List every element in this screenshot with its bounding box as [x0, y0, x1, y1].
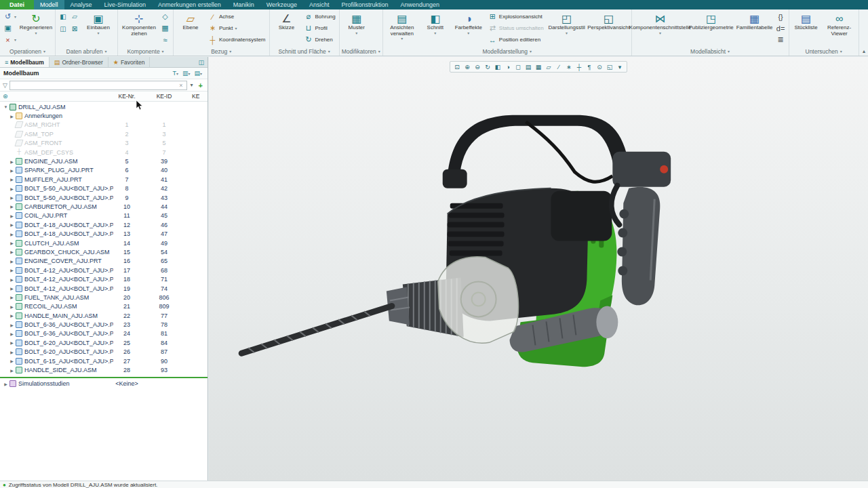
search-add-icon[interactable]: + — [197, 81, 205, 89]
column-ke-nr[interactable]: KE-Nr. — [113, 93, 140, 100]
column-ke-id[interactable]: KE-ID — [140, 93, 188, 100]
tree-row[interactable]: ▶HANDLE_SIDE_AJU.ASM2893 — [0, 365, 208, 374]
tree-expand-icon[interactable]: ▼ — [3, 105, 9, 109]
component-flexible-button[interactable]: ≈ — [159, 34, 171, 45]
group-label-komponente[interactable]: Komponente▾ — [120, 47, 171, 56]
csys-display-icon[interactable]: ┼ — [574, 62, 584, 71]
tab-favoriten[interactable]: ★Favoriten — [108, 57, 151, 67]
saved-orientations-icon[interactable]: ▤ — [524, 62, 533, 71]
tree-row[interactable]: ▶BOLT_5-50_AJU<BOLT_AJU>.PRT943 — [0, 193, 208, 202]
group-label-bezug[interactable]: Bezug▾ — [176, 47, 267, 56]
copy-button[interactable]: ↺▾ — [2, 11, 18, 22]
tree-expand-icon[interactable]: ▶ — [9, 195, 15, 200]
relations-button[interactable]: {} — [775, 11, 787, 22]
paste-button[interactable]: ▣ — [2, 22, 18, 34]
tree-row[interactable]: ▶COIL_AJU.PRT1145 — [0, 211, 208, 220]
point-display-icon[interactable]: ∗ — [564, 62, 574, 71]
tree-row[interactable]: ▶BOLT_4-12_AJU<BOLT_AJU>.PRT1974 — [0, 284, 208, 293]
tree-expand-icon[interactable]: ▶ — [9, 159, 15, 164]
display-style-icon[interactable]: ◧ — [493, 62, 502, 71]
drill-3d-model[interactable] — [209, 57, 868, 481]
spin-center-icon[interactable]: ⊙ — [595, 62, 604, 71]
tree-expand-icon[interactable]: ▶ — [9, 277, 15, 282]
tree-expand-icon[interactable]: ▶ — [9, 168, 15, 173]
ribbon-tab-ansicht[interactable]: Ansicht — [303, 0, 336, 9]
bom-button[interactable]: ▤ Stückliste — [791, 11, 821, 33]
tree-expand-icon[interactable]: ▶ — [9, 304, 15, 309]
tree-row[interactable]: ▶SPARK_PLUG_AJU.PRT640 — [0, 166, 208, 175]
component-interface-button[interactable]: ⋈ Komponentenschnittstelle ▾ — [634, 11, 687, 37]
tree-expand-icon[interactable]: ▶ — [9, 368, 15, 373]
tree-expand-icon[interactable]: ▶ — [9, 359, 15, 363]
tree-row[interactable]: ▶BOLT_4-12_AJU<BOLT_AJU>.PRT1871 — [0, 274, 208, 283]
ribbon-tab-live-simulation[interactable]: Live-Simulation — [98, 0, 153, 9]
tree-row[interactable]: ▶GEARBOX_CHUCK_AJU.ASM1554 — [0, 247, 208, 256]
tree-row[interactable]: ▶BOLT_6-15_AJU<BOLT_AJU>.PRT2790 — [0, 357, 208, 365]
annotation-display-icon[interactable]: ¶ — [585, 62, 594, 71]
view-manager-icon[interactable]: ▦ — [534, 62, 543, 71]
component-create-button[interactable]: ◇ — [159, 11, 171, 22]
tab-modellbaum[interactable]: ≡Modellbaum — [0, 57, 50, 67]
axis-display-icon[interactable]: ∕ — [554, 62, 564, 71]
tree-row[interactable]: ▶BOLT_4-12_AJU<BOLT_AJU>.PRT1768 — [0, 266, 208, 274]
group-label-modelldarstellung[interactable]: Modelldarstellung▾ — [385, 47, 629, 56]
family-table-button[interactable]: ▦ Familientabelle — [736, 11, 774, 33]
tree-row[interactable]: ▶BOLT_6-20_AJU<BOLT_AJU>.PRT2584 — [0, 338, 208, 347]
datum-plane-button[interactable]: ▱ Ebene — [176, 11, 205, 33]
perspective-button[interactable]: ◱ Perspektivansicht — [589, 11, 629, 33]
column-ke[interactable]: KE — [188, 93, 208, 100]
tree-row[interactable]: ASM_TOP23 — [0, 129, 208, 138]
tree-row[interactable]: ASM_RIGHT11 — [0, 121, 208, 129]
zoom-in-icon[interactable]: ⊕ — [462, 62, 472, 71]
tree-row[interactable]: ▶ENGINE_AJU.ASM539 — [0, 157, 208, 165]
tree-expand-icon[interactable]: ▶ — [9, 259, 15, 264]
tree-row[interactable]: ▼DRILL_AJU.ASM — [0, 102, 208, 111]
group-label-schnitt-flaeche[interactable]: Schnitt und Fläche▾ — [272, 47, 337, 56]
tree-expand-icon[interactable]: ▶ — [3, 382, 9, 386]
tree-row[interactable]: ▶BOLT_6-36_AJU<BOLT_AJU>.PRT2378 — [0, 320, 208, 329]
tree-expand-icon[interactable]: ▶ — [9, 323, 15, 327]
group-label-untersuchen[interactable]: Untersuchen▾ — [791, 47, 856, 56]
publish-geometry-button[interactable]: ◳ Publiziergeometrie — [688, 11, 734, 33]
insert-locator[interactable] — [0, 377, 208, 378]
ribbon-collapse-icon[interactable]: ▴ — [863, 48, 865, 54]
search-options-icon[interactable]: ▾ — [189, 82, 195, 88]
copy-geometry-icon[interactable]: ▱ — [69, 11, 80, 22]
tree-expand-icon[interactable]: ▶ — [9, 249, 15, 254]
ribbon-tab-werkzeuge[interactable]: Werkzeuge — [260, 0, 303, 9]
extrude-button[interactable]: ⊔Profil — [303, 22, 337, 34]
refit-icon[interactable]: ⊡ — [452, 62, 462, 71]
tree-row[interactable]: ▶BOLT_6-36_AJU<BOLT_AJU>.PRT2481 — [0, 329, 208, 338]
tree-row[interactable]: ▶BOLT_5-50_AJU<BOLT_AJU>.PRT842 — [0, 184, 208, 193]
hole-button[interactable]: ⌀Bohrung — [303, 11, 337, 22]
tree-expand-icon[interactable]: ▶ — [9, 177, 15, 182]
revolve-button[interactable]: ↻Drehen — [303, 34, 337, 45]
tree-row[interactable]: ▶FUEL_TANK_AJU.ASM20806 — [0, 293, 208, 302]
tree-gear-icon[interactable]: ⊛ — [3, 93, 11, 100]
switch-symbols-button[interactable]: ≣ — [775, 34, 787, 45]
parameters-button[interactable]: d= — [775, 22, 787, 34]
group-label-operationen[interactable]: Operationen▾ — [2, 47, 53, 56]
udf-icon[interactable]: ◧ — [58, 11, 68, 22]
plane-display-icon[interactable]: ▱ — [544, 62, 553, 71]
tree-row[interactable]: ▶CLUTCH_AJU.ASM1449 — [0, 239, 208, 247]
tree-expand-icon[interactable]: ▶ — [9, 340, 15, 345]
manage-views-button[interactable]: ▤ Ansichten verwalten ▾ — [385, 11, 419, 43]
tree-row[interactable]: ▶Anmerkungen — [0, 111, 208, 120]
tree-row[interactable]: ▶CARBURETOR_AJU.ASM1044 — [0, 202, 208, 211]
group-label-modellabsicht[interactable]: Modellabsicht▾ — [634, 47, 787, 56]
tree-row-simulation[interactable]: ▶ Simulationsstudien <Keine> — [0, 380, 208, 388]
ribbon-tab-manikin[interactable]: Manikin — [227, 0, 260, 9]
tree-row[interactable]: ▶HANDLE_MAIN_AJU.ASM2277 — [0, 311, 208, 320]
panel-pin-icon[interactable]: ◫ — [195, 57, 208, 67]
tree-row[interactable]: ▶RECOIL_AJU.ASM21809 — [0, 302, 208, 311]
appearance-button[interactable]: ◑ Farbeffekte ▾ — [452, 11, 486, 37]
tree-expand-icon[interactable]: ▶ — [9, 313, 15, 318]
tree-row[interactable]: ▶ENGINE_COVER_AJU.PRT1665 — [0, 257, 208, 266]
section-button[interactable]: ◧ Schnitt ▾ — [420, 11, 450, 37]
group-label-daten-abrufen[interactable]: Daten abrufen▾ — [58, 47, 115, 56]
tab-ordner-browser[interactable]: ▤Ordner-Browser — [50, 57, 108, 67]
tree-expand-icon[interactable]: ▶ — [9, 241, 15, 245]
search-clear-icon[interactable]: × — [178, 82, 184, 89]
ribbon-tab-datei[interactable]: Datei — [0, 0, 34, 9]
